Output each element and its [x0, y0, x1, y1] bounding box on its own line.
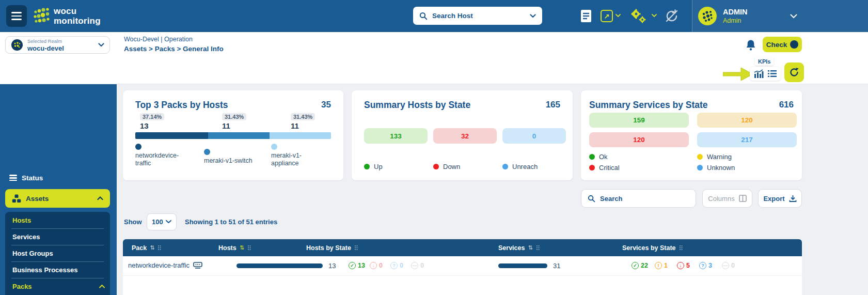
- service-state-ok: ✓ 22: [632, 262, 648, 269]
- check-button-label: Check: [766, 41, 787, 49]
- sort-icon[interactable]: ⇅: [150, 244, 154, 251]
- sidebar-item-assets[interactable]: Assets: [5, 189, 110, 208]
- sort-icon-active[interactable]: ⇅: [240, 244, 244, 251]
- drag-handle-icon[interactable]: [536, 245, 540, 251]
- gears-icon[interactable]: [629, 8, 648, 24]
- host-state-up: ✓ 13: [349, 262, 365, 269]
- pending-icon: —: [411, 262, 418, 269]
- column-header-hosts[interactable]: Hosts ⇅: [218, 239, 251, 256]
- column-header-services-by-state[interactable]: Services by State: [622, 239, 683, 256]
- legend-dot-icon: [589, 154, 595, 160]
- state-pill-unreach: 0: [502, 128, 566, 144]
- drag-handle-icon[interactable]: [157, 245, 161, 251]
- bell-icon[interactable]: [746, 39, 756, 51]
- column-header-pack[interactable]: Pack ⇅: [132, 239, 161, 256]
- drag-handle-icon[interactable]: [247, 245, 251, 251]
- table-search-input[interactable]: Search: [581, 189, 696, 208]
- sidebar-item-business-processes[interactable]: Business Processes: [12, 261, 105, 278]
- chevron-down-icon[interactable]: [652, 14, 657, 18]
- chevron-up-icon: [97, 196, 103, 200]
- service-state-unknown: ? 3: [699, 262, 712, 269]
- bar-segment: [208, 132, 270, 139]
- logbook-icon[interactable]: [580, 9, 592, 23]
- state-pill-ok: 159: [589, 113, 689, 128]
- hamburger-menu-icon[interactable]: [6, 5, 27, 27]
- refresh-button[interactable]: [784, 63, 804, 82]
- segment-value: 13: [140, 121, 149, 130]
- chevron-up-icon: [99, 285, 105, 288]
- search-icon: [588, 195, 595, 203]
- segment-percent: 31.43%: [222, 113, 246, 120]
- realm-value: wocu-devel: [27, 44, 98, 52]
- columns-button[interactable]: Columns: [702, 189, 752, 208]
- search-host-combobox[interactable]: Search Host: [413, 7, 542, 25]
- showing-entries-text: Showing 1 to 51 of 51 entries: [185, 218, 277, 226]
- legend-item: meraki-v1-switch: [204, 149, 252, 165]
- sidebar-item-host-groups[interactable]: Host Groups: [12, 245, 105, 261]
- sidebar-item-status[interactable]: Status: [9, 174, 43, 182]
- kpi-chart-icon[interactable]: [754, 69, 764, 78]
- kpis-tooltip: KPIs: [755, 57, 774, 66]
- download-icon: [789, 195, 797, 203]
- sidebar-item-packs[interactable]: Packs: [12, 278, 105, 294]
- state-pill-critical: 120: [589, 132, 689, 147]
- table-row[interactable]: networkdevice-traffic 13 ✓ 13 ↓ 0 ? 0 — …: [123, 256, 802, 276]
- sidebar-item-services[interactable]: Services: [12, 228, 105, 245]
- service-state-pending: — 0: [722, 262, 735, 269]
- user-menu[interactable]: [692, 0, 868, 32]
- state-pill-up: 133: [364, 128, 428, 144]
- brand-name: wocumonitoring: [54, 6, 101, 26]
- services-count: 31: [553, 262, 560, 270]
- breadcrumb[interactable]: Assets > Packs > General Info: [124, 45, 224, 53]
- auto-refresh-off-icon[interactable]: [664, 8, 680, 24]
- pending-icon: —: [722, 262, 729, 269]
- column-header-hosts-by-state[interactable]: Hosts by State: [306, 239, 358, 256]
- assets-icon: [12, 194, 21, 203]
- down-icon: ↓: [370, 262, 377, 269]
- sidebar-item-hosts[interactable]: Hosts: [12, 212, 105, 228]
- page-size-select[interactable]: 100: [147, 213, 177, 230]
- legend-dot-icon: [364, 164, 370, 169]
- pack-name[interactable]: networkdevice-traffic: [128, 261, 202, 269]
- chevron-down-icon[interactable]: [616, 14, 621, 18]
- kpi-list-icon[interactable]: [768, 70, 777, 77]
- drag-handle-icon[interactable]: [354, 245, 358, 251]
- legend-dot-icon: [271, 144, 277, 150]
- legend-item: Warning: [697, 153, 732, 161]
- legend-item: Unreach: [502, 163, 538, 170]
- hosts-bar: [236, 263, 323, 268]
- legend-dot-icon: [589, 165, 595, 170]
- host-state-down: ↓ 0: [370, 262, 383, 269]
- hosts-count: 13: [328, 262, 336, 270]
- realm-label: Selected Realm: [27, 38, 98, 44]
- check-button[interactable]: Check ✓: [763, 37, 802, 52]
- avatar[interactable]: [698, 7, 717, 25]
- legend-item: Critical: [589, 164, 620, 172]
- segment-percent: 31.43%: [291, 113, 315, 120]
- realm-selector[interactable]: Selected Realm wocu-devel: [5, 36, 110, 54]
- card-total: 616: [779, 100, 794, 110]
- external-link-icon[interactable]: ↗: [601, 10, 613, 22]
- search-icon: [419, 12, 428, 20]
- page-header-band: Selected Realm wocu-devel Wocu-Devel | O…: [0, 32, 868, 84]
- legend-item: Unknown: [697, 164, 735, 172]
- chevron-down-icon[interactable]: [790, 14, 797, 19]
- card-summary-hosts-by-state: Summary Hosts by State 165 133 32 0 Up D…: [352, 90, 573, 180]
- bar-segment: [135, 132, 208, 139]
- state-pill-down: 32: [433, 128, 497, 144]
- unreach-icon: ?: [390, 262, 398, 269]
- legend-dot-icon: [697, 154, 703, 160]
- card-title: Top 3 Packs by Hosts: [135, 100, 228, 111]
- card-total: 35: [321, 100, 331, 110]
- drag-handle-icon[interactable]: [679, 245, 683, 251]
- refresh-icon: [789, 67, 799, 77]
- export-button[interactable]: Export: [758, 189, 802, 208]
- services-bar: [498, 263, 585, 268]
- assets-submenu: Hosts Services Host Groups Business Proc…: [5, 212, 110, 295]
- search-placeholder: Search: [600, 195, 622, 203]
- check-circle-icon: ✓: [790, 40, 798, 49]
- warning-icon: !: [655, 262, 662, 269]
- sort-icon[interactable]: ⇅: [528, 244, 532, 251]
- column-header-services[interactable]: Services ⇅: [498, 239, 540, 256]
- service-state-warning: ! 1: [655, 262, 668, 269]
